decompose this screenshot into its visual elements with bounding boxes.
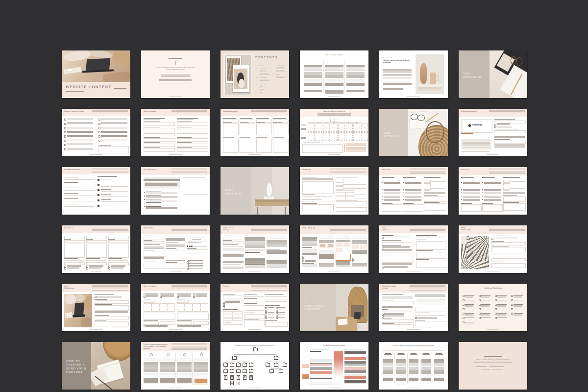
document-icon bbox=[249, 375, 253, 380]
text-line bbox=[144, 236, 155, 236]
box bbox=[151, 308, 159, 312]
text-line bbox=[245, 252, 260, 253]
text-line bbox=[481, 295, 490, 296]
box bbox=[95, 305, 129, 311]
box bbox=[338, 137, 345, 141]
page-title: Website Inspiration bbox=[223, 110, 245, 115]
text-block bbox=[160, 359, 175, 385]
text-block bbox=[384, 246, 410, 248]
page-thumbnail-22-form: Shop – Shipping bbox=[300, 225, 368, 273]
dot-icon bbox=[189, 245, 191, 247]
text-line bbox=[424, 191, 430, 191]
text-block bbox=[67, 268, 79, 270]
box bbox=[265, 322, 288, 327]
folder-icon bbox=[253, 348, 258, 351]
text-line bbox=[382, 318, 392, 319]
text-line bbox=[265, 299, 287, 299]
box bbox=[336, 179, 343, 182]
text-block bbox=[384, 196, 400, 198]
text-line bbox=[398, 353, 404, 354]
text-line bbox=[481, 309, 490, 309]
box bbox=[424, 187, 431, 190]
column-divider bbox=[394, 353, 395, 384]
text-line bbox=[144, 245, 160, 245]
text-block bbox=[463, 186, 480, 188]
text-block bbox=[92, 227, 128, 231]
text-block bbox=[101, 140, 127, 142]
page-title: Domain Information bbox=[461, 110, 483, 115]
box bbox=[64, 262, 85, 266]
text-block bbox=[310, 371, 332, 374]
page-title: Shop – Basic Settings bbox=[223, 227, 236, 231]
page-thumbnail-21-form: Shop – Basic Settings bbox=[220, 225, 289, 273]
text-line bbox=[189, 262, 203, 262]
text-line bbox=[146, 206, 161, 207]
text-line bbox=[64, 260, 84, 261]
text-block bbox=[251, 285, 287, 291]
page-title: Home Page bbox=[302, 169, 317, 173]
box bbox=[353, 137, 360, 141]
text-line bbox=[244, 298, 257, 299]
text-line bbox=[302, 201, 333, 201]
page-thumbnail-11-divider: 02THE DETAILS bbox=[379, 109, 448, 156]
page-title: Content Document Formatting bbox=[310, 344, 359, 347]
photo-laptopbed bbox=[62, 50, 130, 82]
text-line bbox=[344, 349, 363, 349]
box bbox=[167, 308, 175, 312]
text-line bbox=[411, 353, 416, 354]
box bbox=[233, 315, 243, 318]
footer-line bbox=[407, 213, 420, 213]
text-block bbox=[146, 293, 158, 295]
text-block bbox=[344, 376, 366, 379]
text-line bbox=[382, 242, 412, 243]
connector bbox=[308, 122, 361, 122]
page-thumbnail-20-form: Blog Sidebar bbox=[141, 225, 210, 273]
folder-icon bbox=[236, 363, 241, 367]
text-line bbox=[177, 137, 192, 138]
text-block bbox=[384, 199, 400, 201]
folder-icon bbox=[249, 363, 253, 367]
text-block bbox=[421, 357, 431, 383]
photo-shape bbox=[272, 167, 289, 215]
text-block bbox=[344, 367, 366, 369]
text-line bbox=[482, 177, 495, 178]
toc-item: Additional Page Ideas bbox=[276, 71, 288, 73]
text-line bbox=[240, 122, 248, 123]
box bbox=[308, 128, 315, 132]
box bbox=[461, 204, 482, 212]
text-line bbox=[343, 188, 366, 189]
box bbox=[187, 254, 208, 259]
text-block bbox=[319, 260, 334, 267]
page-thumbnail-01-cover: WEBSITE CONTENT bbox=[62, 50, 130, 98]
page-title: Shop – Notifications bbox=[461, 227, 475, 231]
text-line bbox=[187, 253, 198, 253]
list-number bbox=[461, 199, 462, 200]
text-line bbox=[302, 263, 314, 264]
text-line bbox=[461, 180, 481, 180]
page-thumbnail-23-form: Shop – Checkout bbox=[379, 225, 448, 273]
page-thumbnail-24-formphoto: Shop – Notifications bbox=[459, 225, 527, 273]
text-line bbox=[491, 262, 503, 262]
text-line bbox=[461, 133, 473, 134]
list-number bbox=[382, 199, 383, 200]
text-block bbox=[67, 122, 93, 124]
box bbox=[494, 130, 526, 133]
box bbox=[223, 311, 233, 315]
text-block bbox=[384, 186, 400, 188]
folder-icon bbox=[236, 369, 241, 373]
text-block bbox=[355, 260, 366, 262]
page-title: Additional Page Ideas bbox=[468, 287, 517, 290]
text-block bbox=[484, 199, 501, 201]
text-line bbox=[244, 313, 255, 313]
text-line bbox=[382, 254, 393, 254]
list-number bbox=[482, 193, 483, 193]
box bbox=[256, 139, 272, 153]
footer-line bbox=[407, 96, 420, 97]
text-block bbox=[337, 255, 349, 259]
text-line bbox=[249, 367, 253, 367]
list-number bbox=[482, 196, 483, 196]
page-thumbnail-27-form: Contact bbox=[220, 284, 289, 331]
box bbox=[431, 321, 446, 326]
text-block bbox=[172, 227, 207, 232]
text-line bbox=[86, 260, 106, 261]
